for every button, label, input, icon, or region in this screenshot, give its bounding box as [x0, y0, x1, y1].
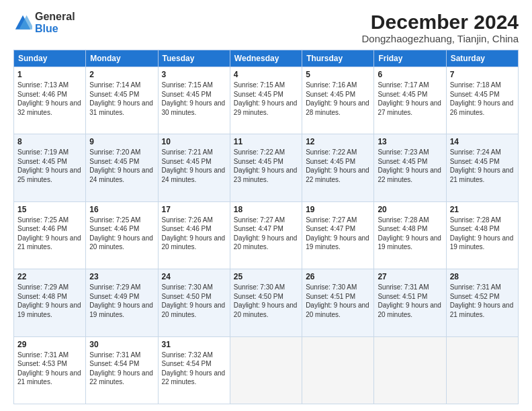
calendar-cell: 31 Sunrise: 7:32 AM Sunset: 4:54 PM Dayl…: [158, 336, 230, 404]
calendar-cell: 29 Sunrise: 7:31 AM Sunset: 4:53 PM Dayl…: [14, 336, 86, 404]
day-info: Sunrise: 7:28 AM Sunset: 4:48 PM Dayligh…: [378, 216, 442, 252]
calendar-cell: 15 Sunrise: 7:25 AM Sunset: 4:46 PM Dayl…: [14, 201, 86, 269]
logo-general: General: [35, 11, 75, 23]
day-info: Sunrise: 7:30 AM Sunset: 4:50 PM Dayligh…: [234, 283, 298, 319]
day-number: 16: [89, 205, 154, 214]
day-info: Sunrise: 7:31 AM Sunset: 4:53 PM Dayligh…: [17, 351, 82, 387]
day-info: Sunrise: 7:26 AM Sunset: 4:46 PM Dayligh…: [162, 216, 226, 252]
day-info: Sunrise: 7:19 AM Sunset: 4:45 PM Dayligh…: [17, 148, 82, 184]
day-number: 11: [234, 137, 298, 146]
calendar-cell: 22 Sunrise: 7:29 AM Sunset: 4:48 PM Dayl…: [14, 269, 86, 336]
day-number: 29: [17, 340, 82, 349]
day-number: 3: [162, 70, 226, 79]
calendar-week-5: 29 Sunrise: 7:31 AM Sunset: 4:53 PM Dayl…: [14, 336, 519, 404]
day-number: 9: [89, 137, 154, 146]
col-header-tuesday: Tuesday: [158, 50, 230, 67]
calendar-cell: 27 Sunrise: 7:31 AM Sunset: 4:51 PM Dayl…: [374, 269, 446, 336]
day-number: 6: [378, 70, 442, 79]
calendar-cell: 14 Sunrise: 7:24 AM Sunset: 4:45 PM Dayl…: [446, 134, 518, 201]
calendar-week-2: 8 Sunrise: 7:19 AM Sunset: 4:45 PM Dayli…: [14, 134, 519, 201]
calendar-week-3: 15 Sunrise: 7:25 AM Sunset: 4:46 PM Dayl…: [14, 201, 519, 269]
day-info: Sunrise: 7:28 AM Sunset: 4:48 PM Dayligh…: [450, 216, 515, 252]
calendar-cell: [302, 336, 374, 404]
calendar-cell: 5 Sunrise: 7:16 AM Sunset: 4:45 PM Dayli…: [302, 67, 374, 134]
calendar-cell: 11 Sunrise: 7:22 AM Sunset: 4:45 PM Dayl…: [230, 134, 302, 201]
calendar-cell: [230, 336, 302, 404]
day-info: Sunrise: 7:23 AM Sunset: 4:45 PM Dayligh…: [378, 148, 442, 184]
calendar-cell: 19 Sunrise: 7:27 AM Sunset: 4:47 PM Dayl…: [302, 201, 374, 269]
calendar-cell: 16 Sunrise: 7:25 AM Sunset: 4:46 PM Dayl…: [86, 201, 158, 269]
day-info: Sunrise: 7:24 AM Sunset: 4:45 PM Dayligh…: [450, 148, 515, 184]
logo: General Blue: [13, 11, 75, 34]
calendar-cell: 10 Sunrise: 7:21 AM Sunset: 4:45 PM Dayl…: [158, 134, 230, 201]
day-number: 20: [378, 205, 442, 214]
day-number: 23: [89, 272, 154, 281]
day-number: 1: [17, 70, 82, 79]
day-info: Sunrise: 7:21 AM Sunset: 4:45 PM Dayligh…: [162, 148, 226, 184]
day-info: Sunrise: 7:29 AM Sunset: 4:49 PM Dayligh…: [89, 283, 154, 319]
calendar-cell: 23 Sunrise: 7:29 AM Sunset: 4:49 PM Dayl…: [86, 269, 158, 336]
day-info: Sunrise: 7:32 AM Sunset: 4:54 PM Dayligh…: [162, 351, 226, 387]
calendar-cell: 1 Sunrise: 7:13 AM Sunset: 4:46 PM Dayli…: [14, 67, 86, 134]
day-info: Sunrise: 7:30 AM Sunset: 4:50 PM Dayligh…: [162, 283, 226, 319]
col-header-monday: Monday: [86, 50, 158, 67]
day-info: Sunrise: 7:13 AM Sunset: 4:46 PM Dayligh…: [17, 81, 82, 117]
day-info: Sunrise: 7:25 AM Sunset: 4:46 PM Dayligh…: [17, 216, 82, 252]
day-info: Sunrise: 7:22 AM Sunset: 4:45 PM Dayligh…: [234, 148, 298, 184]
day-number: 2: [89, 70, 154, 79]
calendar-cell: 7 Sunrise: 7:18 AM Sunset: 4:45 PM Dayli…: [446, 67, 518, 134]
calendar-cell: 21 Sunrise: 7:28 AM Sunset: 4:48 PM Dayl…: [446, 201, 518, 269]
day-info: Sunrise: 7:18 AM Sunset: 4:45 PM Dayligh…: [450, 81, 515, 117]
day-number: 24: [162, 272, 226, 281]
calendar-week-1: 1 Sunrise: 7:13 AM Sunset: 4:46 PM Dayli…: [14, 67, 519, 134]
title-block: December 2024 Dongzhaogezhuang, Tianjin,…: [361, 11, 519, 44]
logo-blue: Blue: [35, 23, 75, 35]
day-number: 18: [234, 205, 298, 214]
main-title: December 2024: [361, 11, 519, 33]
calendar-cell: 12 Sunrise: 7:22 AM Sunset: 4:45 PM Dayl…: [302, 134, 374, 201]
calendar-cell: 13 Sunrise: 7:23 AM Sunset: 4:45 PM Dayl…: [374, 134, 446, 201]
day-number: 10: [162, 137, 226, 146]
day-number: 8: [17, 137, 82, 146]
col-header-saturday: Saturday: [446, 50, 518, 67]
logo-text: General Blue: [35, 11, 75, 34]
day-number: 27: [378, 272, 442, 281]
day-number: 15: [17, 205, 82, 214]
calendar-cell: 3 Sunrise: 7:15 AM Sunset: 4:45 PM Dayli…: [158, 67, 230, 134]
calendar-cell: 28 Sunrise: 7:31 AM Sunset: 4:52 PM Dayl…: [446, 269, 518, 336]
subtitle: Dongzhaogezhuang, Tianjin, China: [361, 33, 519, 44]
logo-icon: [13, 13, 32, 32]
calendar-cell: 18 Sunrise: 7:27 AM Sunset: 4:47 PM Dayl…: [230, 201, 302, 269]
day-info: Sunrise: 7:31 AM Sunset: 4:54 PM Dayligh…: [89, 351, 154, 387]
col-header-sunday: Sunday: [14, 50, 86, 67]
col-header-friday: Friday: [374, 50, 446, 67]
day-number: 12: [306, 137, 370, 146]
page: General Blue December 2024 Dongzhaogezhu…: [0, 0, 532, 411]
col-header-wednesday: Wednesday: [230, 50, 302, 67]
day-info: Sunrise: 7:31 AM Sunset: 4:52 PM Dayligh…: [450, 283, 515, 319]
day-info: Sunrise: 7:25 AM Sunset: 4:46 PM Dayligh…: [89, 216, 154, 252]
day-number: 7: [450, 70, 515, 79]
day-info: Sunrise: 7:15 AM Sunset: 4:45 PM Dayligh…: [234, 81, 298, 117]
calendar-cell: 30 Sunrise: 7:31 AM Sunset: 4:54 PM Dayl…: [86, 336, 158, 404]
calendar-table: SundayMondayTuesdayWednesdayThursdayFrid…: [13, 50, 519, 404]
day-info: Sunrise: 7:20 AM Sunset: 4:45 PM Dayligh…: [89, 148, 154, 184]
calendar-cell: 4 Sunrise: 7:15 AM Sunset: 4:45 PM Dayli…: [230, 67, 302, 134]
calendar-cell: 26 Sunrise: 7:30 AM Sunset: 4:51 PM Dayl…: [302, 269, 374, 336]
day-number: 31: [162, 340, 226, 349]
day-number: 5: [306, 70, 370, 79]
calendar-cell: 2 Sunrise: 7:14 AM Sunset: 4:45 PM Dayli…: [86, 67, 158, 134]
day-info: Sunrise: 7:14 AM Sunset: 4:45 PM Dayligh…: [89, 81, 154, 117]
calendar-cell: 24 Sunrise: 7:30 AM Sunset: 4:50 PM Dayl…: [158, 269, 230, 336]
day-number: 26: [306, 272, 370, 281]
day-number: 17: [162, 205, 226, 214]
day-number: 4: [234, 70, 298, 79]
day-number: 25: [234, 272, 298, 281]
calendar-cell: 8 Sunrise: 7:19 AM Sunset: 4:45 PM Dayli…: [14, 134, 86, 201]
day-info: Sunrise: 7:15 AM Sunset: 4:45 PM Dayligh…: [162, 81, 226, 117]
calendar-week-4: 22 Sunrise: 7:29 AM Sunset: 4:48 PM Dayl…: [14, 269, 519, 336]
calendar-cell: [446, 336, 518, 404]
calendar-header-row: SundayMondayTuesdayWednesdayThursdayFrid…: [14, 50, 519, 67]
calendar-cell: 20 Sunrise: 7:28 AM Sunset: 4:48 PM Dayl…: [374, 201, 446, 269]
day-info: Sunrise: 7:22 AM Sunset: 4:45 PM Dayligh…: [306, 148, 370, 184]
